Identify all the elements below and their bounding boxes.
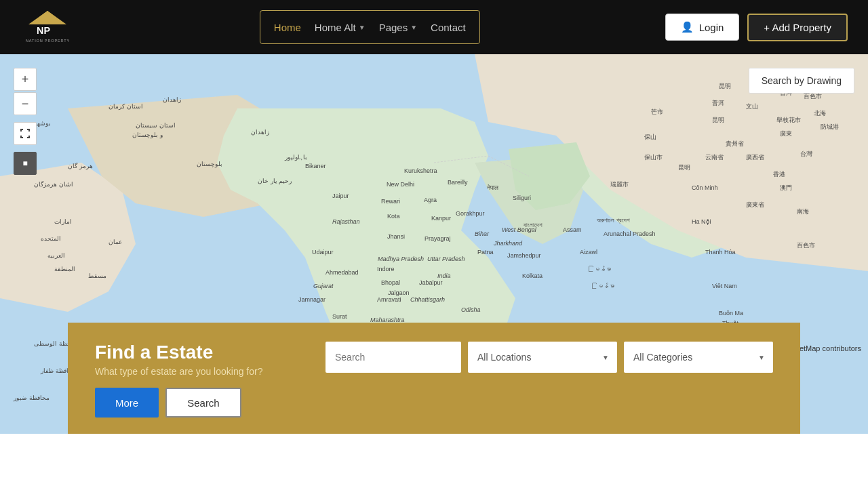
svg-text:普洱: 普洱: [712, 100, 724, 106]
svg-text:Prayagraj: Prayagraj: [425, 235, 451, 242]
fullscreen-button[interactable]: [14, 122, 37, 145]
svg-text:باہاولپور: باہاولپور: [284, 154, 307, 161]
svg-text:Gorakhpur: Gorakhpur: [456, 210, 485, 217]
login-button[interactable]: 👤 Login: [665, 14, 740, 41]
svg-text:Bhopal: Bhopal: [381, 279, 400, 286]
svg-text:Aizawl: Aizawl: [580, 249, 597, 256]
map-controls: + − ■: [14, 68, 37, 175]
pages-chevron-icon: ▼: [410, 24, 417, 31]
svg-text:南海: 南海: [797, 208, 809, 215]
svg-text:Côn Minh: Côn Minh: [692, 184, 718, 191]
svg-text:Jharkhand: Jharkhand: [493, 240, 523, 247]
svg-text:Buôn Ma: Buôn Ma: [719, 310, 743, 317]
svg-text:廣西省: 廣西省: [746, 154, 764, 161]
search-button[interactable]: Search: [165, 388, 241, 418]
categories-select[interactable]: All Categories Apartment Villa Office La…: [624, 342, 773, 373]
svg-text:云南省: 云南省: [705, 154, 724, 161]
svg-text:Patna: Patna: [477, 249, 494, 256]
fullscreen-icon: [20, 128, 31, 139]
find-estate-subtitle: What type of estate are you looking for?: [95, 366, 262, 377]
svg-text:Indore: Indore: [377, 266, 395, 272]
svg-text:مسقط: مسقط: [88, 272, 106, 279]
svg-text:Bikaner: Bikaner: [305, 163, 326, 169]
nav-home[interactable]: Home: [274, 22, 301, 33]
draw-button[interactable]: ■: [14, 152, 37, 175]
svg-text:Chhattisgarh: Chhattisgarh: [410, 296, 445, 303]
nav-pages[interactable]: Pages ▼: [379, 22, 417, 33]
svg-text:芒市: 芒市: [651, 108, 663, 115]
svg-text:زاهدان: زاهدان: [251, 129, 269, 136]
svg-text:Kolkata: Kolkata: [522, 272, 542, 279]
find-estate-heading: Find a Estate: [95, 342, 262, 363]
svg-text:عمان: عمان: [108, 239, 122, 245]
svg-text:استان سیستان: استان سیستان: [136, 122, 176, 129]
svg-text:Assam: Assam: [563, 226, 582, 233]
locations-select-wrapper: All Locations New Delhi Mumbai Kolkata C…: [468, 342, 617, 373]
svg-text:رحیم یار خان: رحیم یار خان: [258, 178, 292, 185]
svg-text:百色市: 百色市: [797, 242, 815, 249]
svg-text:العربیه: العربیه: [47, 252, 65, 260]
svg-text:Kurukshetra: Kurukshetra: [404, 167, 437, 174]
svg-text:অরুণাচল প্রদেশ: অরুণাচল প্রদেশ: [597, 217, 630, 224]
search-panel-bottom: More Search: [95, 388, 773, 418]
search-drawing-button[interactable]: Search by Drawing: [749, 68, 854, 94]
svg-text:المتحده: المتحده: [41, 235, 61, 242]
locations-select[interactable]: All Locations New Delhi Mumbai Kolkata C…: [468, 342, 617, 373]
svg-text:Rewari: Rewari: [381, 198, 400, 205]
svg-text:Amravati: Amravati: [377, 296, 401, 303]
add-property-button[interactable]: + Add Property: [747, 14, 848, 41]
search-panel-title: Find a Estate What type of estate are yo…: [95, 342, 262, 377]
property-search-input[interactable]: [326, 342, 461, 373]
zoom-in-button[interactable]: +: [14, 68, 37, 91]
svg-text:Odisha: Odisha: [461, 306, 481, 313]
svg-text:Rajasthan: Rajasthan: [332, 218, 360, 225]
svg-text:貴州省: 貴州省: [726, 140, 744, 147]
svg-text:المنطقة: المنطقة: [54, 266, 75, 272]
svg-text:Gujarat: Gujarat: [313, 283, 334, 289]
svg-text:NP: NP: [37, 25, 50, 36]
svg-text:廣東省: 廣東省: [746, 201, 764, 208]
svg-text:舉枝花市: 舉枝花市: [776, 117, 801, 123]
nav-home-alt[interactable]: Home Alt ▼: [315, 22, 366, 33]
zoom-out-button[interactable]: −: [14, 92, 37, 115]
svg-text:Arunachal Pradesh: Arunachal Pradesh: [604, 230, 656, 237]
svg-text:Agra: Agra: [424, 197, 437, 203]
main-nav: Home Home Alt ▼ Pages ▼ Contact: [260, 10, 480, 44]
search-fields: All Locations New Delhi Mumbai Kolkata C…: [326, 342, 773, 373]
main-header: NP NATION PROPERTY Home Home Alt ▼ Pages…: [0, 0, 868, 54]
svg-text:保山: 保山: [644, 134, 656, 140]
svg-text:Kota: Kota: [387, 213, 400, 220]
svg-text:防城港: 防城港: [821, 123, 839, 130]
svg-text:Madhya Pradesh: Madhya Pradesh: [378, 256, 424, 262]
svg-text:Ha Nội: Ha Nội: [692, 218, 711, 225]
svg-text:保山市: 保山市: [644, 154, 663, 161]
svg-text:زاهدان: زاهدان: [163, 96, 181, 104]
svg-text:香港: 香港: [773, 171, 785, 178]
svg-text:नेपाल: नेपाल: [486, 184, 498, 191]
svg-text:বাংলাদেশ: বাংলাদেশ: [524, 222, 542, 228]
nav-contact[interactable]: Contact: [431, 22, 466, 33]
svg-text:Jamshedpur: Jamshedpur: [507, 252, 541, 259]
svg-text:百色市: 百色市: [804, 93, 822, 100]
map-container[interactable]: عمان المنطقة زاهدان بلوچستان رحیم یار خا…: [0, 54, 868, 434]
logo-area: NP NATION PROPERTY: [20, 7, 75, 47]
svg-text:澳門: 澳門: [780, 184, 792, 191]
svg-text:瑞麗市: 瑞麗市: [610, 181, 629, 188]
search-panel: Find a Estate What type of estate are yo…: [68, 323, 800, 434]
svg-text:NATION PROPERTY: NATION PROPERTY: [26, 39, 70, 43]
svg-text:Thanh Hóa: Thanh Hóa: [705, 249, 736, 256]
svg-text:امارات: امارات: [54, 218, 72, 226]
svg-text:昆明: 昆明: [719, 83, 731, 89]
svg-text:India: India: [437, 272, 451, 279]
svg-text:Kanpur: Kanpur: [431, 215, 451, 222]
svg-text:Ahmedabad: Ahmedabad: [326, 269, 359, 276]
svg-text:Jaipur: Jaipur: [332, 192, 349, 199]
svg-text:استان کرمان: استان کرمان: [108, 103, 143, 110]
svg-text:و بلوچستان: و بلوچستان: [132, 131, 163, 139]
svg-text:Bareilly: Bareilly: [448, 179, 468, 186]
svg-text:Udaipur: Udaipur: [312, 249, 334, 256]
svg-text:بلوچستان: بلوچستان: [197, 161, 222, 168]
search-panel-top: Find a Estate What type of estate are yo…: [95, 342, 773, 377]
more-button[interactable]: More: [95, 388, 159, 418]
svg-text:文山: 文山: [746, 103, 758, 110]
